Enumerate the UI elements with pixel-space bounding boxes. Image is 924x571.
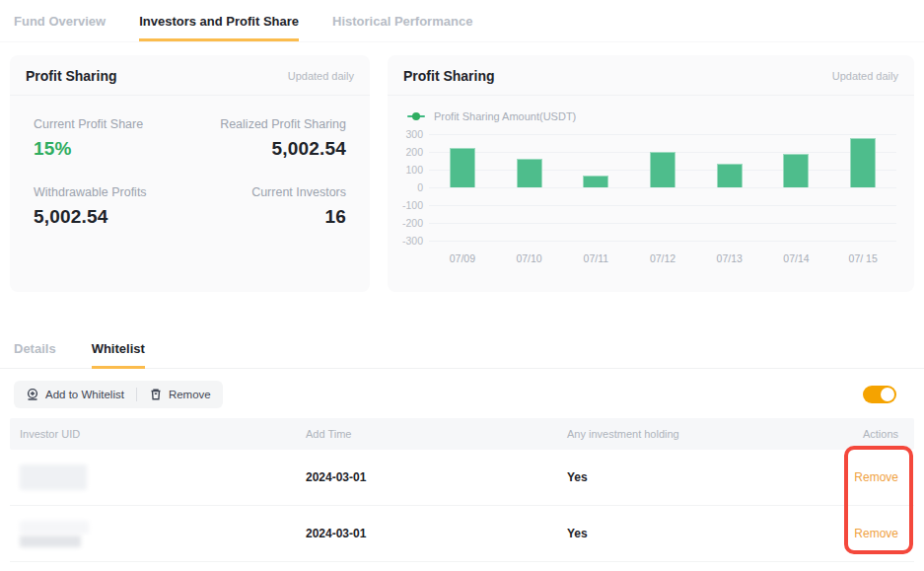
trash-icon (149, 388, 163, 401)
toggle-knob (881, 388, 894, 401)
toolbar-divider (136, 388, 137, 401)
whitelist-table: Investor UID Add Time Any investment hol… (10, 418, 914, 562)
x-tick-label: 07/12 (629, 252, 696, 264)
chart-bar (517, 159, 542, 187)
add-to-whitelist-button[interactable]: Add to Whitelist (26, 388, 124, 401)
stat-realized-profit-sharing: Realized Profit Sharing 5,002.54 (190, 117, 347, 160)
table-header: Investor UID Add Time Any investment hol… (10, 418, 914, 450)
uid-cell (10, 464, 296, 490)
profit-sharing-stats-card: Profit Sharing Updated daily Current Pro… (10, 55, 370, 292)
chart-column (829, 134, 896, 241)
add-time-cell: 2024-03-01 (296, 527, 557, 540)
chart-column (429, 134, 496, 241)
chart-column (562, 134, 629, 241)
stat-label: Current Profit Share (34, 117, 190, 131)
masked-uid (20, 535, 81, 547)
y-tick-label: 300 (405, 128, 423, 140)
chart-card-header: Profit Sharing Updated daily (388, 55, 914, 96)
legend-label: Profit Sharing Amount(USDT) (434, 110, 576, 122)
uid-cell (10, 521, 296, 547)
tab-investors-profit-share[interactable]: Investors and Profit Share (139, 14, 299, 41)
chart-bar (650, 152, 675, 187)
chart-x-axis: 07/0907/1007/1107/1207/1307/1407/ 15 (429, 252, 896, 264)
gridline (429, 241, 896, 242)
tab-fund-overview[interactable]: Fund Overview (14, 14, 106, 41)
chart-column (696, 134, 763, 241)
chart-main: 07/0907/1007/1107/1207/1307/1407/ 15 (429, 134, 896, 264)
stat-current-profit-share: Current Profit Share 15% (34, 117, 190, 160)
chart-column (496, 134, 563, 241)
table-row: 2024-03-01 Yes Remove (10, 506, 914, 562)
actions-cell: Remove (843, 527, 914, 540)
table-row: 2024-03-01 Yes Remove (10, 450, 914, 506)
stat-current-investors: Current Investors 16 (190, 185, 347, 228)
chart-column (763, 134, 830, 241)
chart-y-axis: 3002001000-100-200-300 (397, 134, 429, 241)
chart-bar (583, 176, 608, 187)
chart-bar (783, 154, 809, 187)
y-tick-label: 100 (405, 164, 423, 176)
col-investor-uid: Investor UID (10, 428, 296, 440)
stat-value: 16 (190, 206, 347, 228)
tab-details[interactable]: Details (14, 341, 56, 369)
stat-label: Realized Profit Sharing (190, 117, 347, 131)
chart-column (629, 134, 696, 241)
stat-value: 5,002.54 (34, 206, 190, 228)
add-time-cell: 2024-03-01 (296, 470, 557, 484)
y-tick-label: -200 (402, 217, 423, 229)
stats-card-updated: Updated daily (288, 70, 354, 82)
stat-withdrawable-profits: Withdrawable Profits 5,002.54 (34, 185, 190, 228)
x-tick-label: 07/10 (496, 252, 563, 264)
whitelist-toolbar: Add to Whitelist Remove (14, 381, 910, 408)
remove-row-link[interactable]: Remove (854, 527, 898, 540)
top-tab-bar: Fund Overview Investors and Profit Share… (0, 0, 924, 42)
toolbar-button-group: Add to Whitelist Remove (14, 381, 223, 408)
chart-bar (450, 148, 475, 187)
chart-card-title: Profit Sharing (403, 68, 495, 84)
tab-historical-performance[interactable]: Historical Performance (332, 14, 472, 41)
holding-cell: Yes (557, 470, 843, 484)
holding-cell: Yes (557, 527, 843, 540)
legend-line-dot-icon (407, 115, 425, 117)
profit-sharing-chart-card: Profit Sharing Updated daily Profit Shar… (388, 55, 914, 292)
x-tick-label: 07/09 (429, 252, 496, 264)
y-tick-label: -300 (402, 235, 423, 247)
x-tick-label: 07/ 15 (829, 252, 896, 264)
bar-chart: 3002001000-100-200-300 07/0907/1007/1107… (388, 122, 914, 264)
y-tick-label: -100 (402, 199, 423, 211)
stats-card-header: Profit Sharing Updated daily (10, 55, 370, 96)
masked-uid (20, 521, 89, 534)
remove-button-label: Remove (169, 389, 211, 400)
tab-whitelist[interactable]: Whitelist (92, 341, 145, 369)
x-tick-label: 07/13 (696, 252, 763, 264)
stat-label: Current Investors (190, 185, 347, 199)
add-to-whitelist-label: Add to Whitelist (45, 389, 124, 400)
x-tick-label: 07/11 (562, 252, 629, 264)
chart-legend: Profit Sharing Amount(USDT) (388, 96, 914, 122)
stat-label: Withdrawable Profits (34, 185, 190, 199)
chart-columns (429, 134, 896, 241)
remove-button[interactable]: Remove (149, 388, 211, 401)
cards-row: Profit Sharing Updated daily Current Pro… (10, 55, 914, 292)
chart-bar (850, 138, 876, 187)
chart-bar (717, 164, 743, 187)
actions-cell: Remove (843, 470, 914, 484)
col-add-time: Add Time (296, 428, 557, 440)
section-tab-bar: Details Whitelist (0, 292, 924, 369)
y-tick-label: 200 (405, 146, 423, 158)
stat-value: 5,002.54 (190, 138, 347, 160)
stats-card-title: Profit Sharing (26, 68, 117, 84)
chart-card-updated: Updated daily (832, 70, 898, 82)
col-actions: Actions (843, 428, 914, 440)
whitelist-toggle[interactable] (863, 386, 896, 403)
col-any-investment-holding: Any investment holding (557, 428, 843, 440)
masked-uid (20, 464, 87, 490)
add-circle-icon (26, 388, 39, 401)
remove-row-link[interactable]: Remove (854, 470, 898, 484)
stat-value: 15% (34, 138, 190, 160)
x-tick-label: 07/14 (763, 252, 830, 264)
chart-plot (429, 134, 896, 241)
stats-grid: Current Profit Share 15% Realized Profit… (10, 96, 370, 228)
y-tick-label: 0 (417, 181, 423, 193)
page: Fund Overview Investors and Profit Share… (0, 0, 924, 571)
